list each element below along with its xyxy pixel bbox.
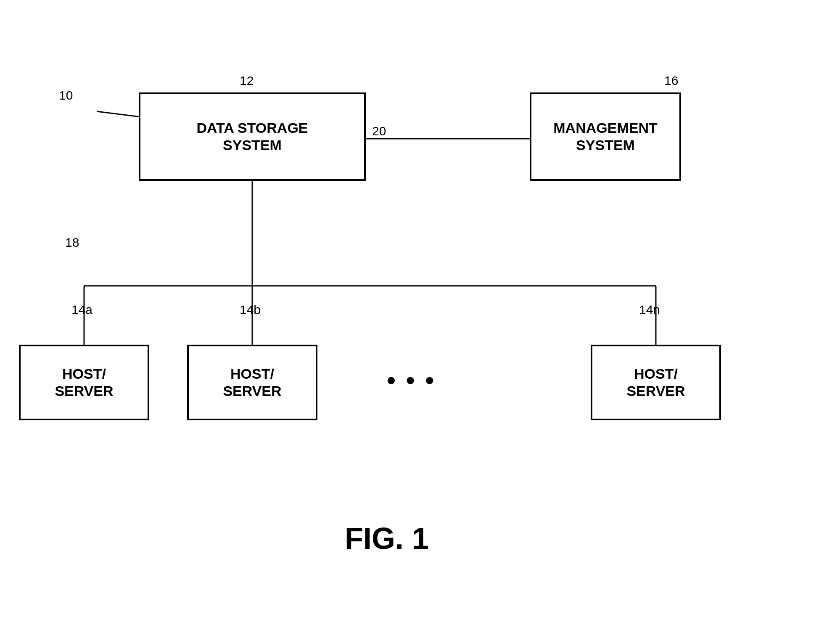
ref-14n-label: 14n <box>639 303 660 317</box>
ref-14a-label: 14a <box>71 303 92 317</box>
ref-20-label: 20 <box>372 124 386 138</box>
ref-10-label: 10 <box>59 88 73 103</box>
ellipsis-dots: • • • <box>387 366 436 395</box>
ref-16-label: 16 <box>664 74 678 88</box>
diagram: 10 12 16 20 18 14a 14b 14n DATA STORAGES… <box>0 0 840 633</box>
ref-18-label: 18 <box>65 235 79 250</box>
ref-12-label: 12 <box>240 74 254 88</box>
ref-14b-label: 14b <box>240 303 261 317</box>
management-system-box: MANAGEMENTSYSTEM <box>530 92 681 181</box>
host-a-label: HOST/SERVER <box>55 365 113 400</box>
ms-label: MANAGEMENTSYSTEM <box>553 119 657 154</box>
figure-caption: FIG. 1 <box>345 521 429 556</box>
host-b-label: HOST/SERVER <box>223 365 281 400</box>
host-n-label: HOST/SERVER <box>626 365 685 400</box>
host-server-b-box: HOST/SERVER <box>187 345 317 420</box>
dss-label: DATA STORAGESYSTEM <box>196 119 308 154</box>
data-storage-system-box: DATA STORAGESYSTEM <box>139 92 366 181</box>
host-server-a-box: HOST/SERVER <box>19 345 149 420</box>
host-server-n-box: HOST/SERVER <box>591 345 721 420</box>
